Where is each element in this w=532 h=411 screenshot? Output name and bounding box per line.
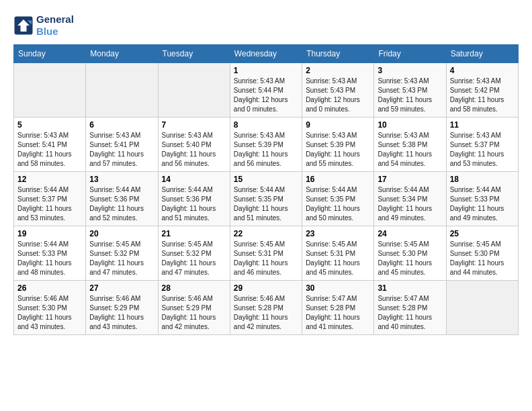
day-info: Sunrise: 5:43 AMSunset: 5:37 PMDaylight:… bbox=[450, 131, 515, 169]
day-number: 31 bbox=[378, 283, 442, 293]
calendar-cell: 3Sunrise: 5:43 AMSunset: 5:43 PMDaylight… bbox=[374, 63, 446, 118]
day-info: Sunrise: 5:44 AMSunset: 5:37 PMDaylight:… bbox=[17, 185, 82, 223]
calendar-cell: 8Sunrise: 5:43 AMSunset: 5:39 PMDaylight… bbox=[230, 118, 302, 172]
day-number: 21 bbox=[162, 229, 226, 238]
day-info: Sunrise: 5:45 AMSunset: 5:31 PMDaylight:… bbox=[306, 240, 370, 277]
calendar-cell: 24Sunrise: 5:45 AMSunset: 5:30 PMDayligh… bbox=[374, 226, 446, 281]
day-number: 17 bbox=[378, 175, 442, 184]
day-number: 25 bbox=[450, 229, 515, 238]
day-info: Sunrise: 5:45 AMSunset: 5:30 PMDaylight:… bbox=[450, 240, 515, 277]
weekday-header-monday: Monday bbox=[86, 45, 158, 63]
page-header: General Blue bbox=[13, 13, 519, 38]
day-number: 15 bbox=[234, 175, 298, 184]
day-info: Sunrise: 5:45 AMSunset: 5:32 PMDaylight:… bbox=[89, 240, 154, 277]
calendar-week-1: 1Sunrise: 5:43 AMSunset: 5:44 PMDaylight… bbox=[14, 63, 519, 118]
day-number: 10 bbox=[378, 120, 442, 130]
weekday-header-friday: Friday bbox=[374, 45, 446, 63]
calendar-cell: 19Sunrise: 5:44 AMSunset: 5:33 PMDayligh… bbox=[14, 226, 86, 281]
weekday-header-saturday: Saturday bbox=[446, 45, 518, 63]
day-number: 24 bbox=[378, 229, 442, 238]
day-info: Sunrise: 5:44 AMSunset: 5:33 PMDaylight:… bbox=[17, 240, 82, 277]
calendar-cell: 13Sunrise: 5:44 AMSunset: 5:36 PMDayligh… bbox=[86, 172, 158, 226]
day-info: Sunrise: 5:43 AMSunset: 5:39 PMDaylight:… bbox=[234, 131, 298, 169]
day-number: 30 bbox=[306, 283, 370, 293]
calendar-cell: 16Sunrise: 5:44 AMSunset: 5:35 PMDayligh… bbox=[302, 172, 374, 226]
day-number: 14 bbox=[162, 175, 226, 184]
day-info: Sunrise: 5:44 AMSunset: 5:33 PMDaylight:… bbox=[450, 185, 515, 223]
day-info: Sunrise: 5:43 AMSunset: 5:40 PMDaylight:… bbox=[162, 131, 226, 169]
day-number: 22 bbox=[234, 229, 298, 238]
day-number: 19 bbox=[17, 229, 82, 238]
logo-icon bbox=[13, 15, 34, 36]
day-number: 7 bbox=[162, 120, 226, 130]
calendar-cell: 10Sunrise: 5:43 AMSunset: 5:38 PMDayligh… bbox=[374, 118, 446, 172]
day-info: Sunrise: 5:47 AMSunset: 5:28 PMDaylight:… bbox=[306, 294, 370, 332]
day-number: 11 bbox=[450, 120, 515, 130]
calendar-week-3: 12Sunrise: 5:44 AMSunset: 5:37 PMDayligh… bbox=[14, 172, 519, 226]
day-info: Sunrise: 5:43 AMSunset: 5:44 PMDaylight:… bbox=[234, 77, 298, 114]
day-info: Sunrise: 5:43 AMSunset: 5:43 PMDaylight:… bbox=[378, 77, 442, 114]
day-number: 13 bbox=[89, 175, 154, 184]
day-number: 29 bbox=[234, 283, 298, 293]
calendar-cell: 1Sunrise: 5:43 AMSunset: 5:44 PMDaylight… bbox=[230, 63, 302, 118]
day-number: 3 bbox=[378, 66, 442, 75]
day-number: 12 bbox=[17, 175, 82, 184]
weekday-header-tuesday: Tuesday bbox=[158, 45, 230, 63]
calendar-cell: 18Sunrise: 5:44 AMSunset: 5:33 PMDayligh… bbox=[446, 172, 518, 226]
calendar-cell: 27Sunrise: 5:46 AMSunset: 5:29 PMDayligh… bbox=[86, 281, 158, 335]
calendar-cell: 12Sunrise: 5:44 AMSunset: 5:37 PMDayligh… bbox=[14, 172, 86, 226]
weekday-header-thursday: Thursday bbox=[302, 45, 374, 63]
weekday-header-wednesday: Wednesday bbox=[230, 45, 302, 63]
day-info: Sunrise: 5:44 AMSunset: 5:36 PMDaylight:… bbox=[162, 185, 226, 223]
calendar-week-5: 26Sunrise: 5:46 AMSunset: 5:30 PMDayligh… bbox=[14, 281, 519, 335]
day-info: Sunrise: 5:44 AMSunset: 5:35 PMDaylight:… bbox=[234, 185, 298, 223]
day-number: 18 bbox=[450, 175, 515, 184]
day-number: 16 bbox=[306, 175, 370, 184]
logo: General Blue bbox=[13, 13, 74, 38]
day-info: Sunrise: 5:46 AMSunset: 5:30 PMDaylight:… bbox=[17, 294, 82, 332]
logo-text-blue: Blue bbox=[36, 26, 74, 38]
calendar-cell: 9Sunrise: 5:43 AMSunset: 5:39 PMDaylight… bbox=[302, 118, 374, 172]
calendar-cell: 15Sunrise: 5:44 AMSunset: 5:35 PMDayligh… bbox=[230, 172, 302, 226]
day-info: Sunrise: 5:45 AMSunset: 5:30 PMDaylight:… bbox=[378, 240, 442, 277]
calendar-header: SundayMondayTuesdayWednesdayThursdayFrid… bbox=[14, 45, 519, 63]
calendar-cell: 30Sunrise: 5:47 AMSunset: 5:28 PMDayligh… bbox=[302, 281, 374, 335]
logo-text-general: General bbox=[36, 13, 74, 26]
calendar-cell: 22Sunrise: 5:45 AMSunset: 5:31 PMDayligh… bbox=[230, 226, 302, 281]
day-info: Sunrise: 5:43 AMSunset: 5:43 PMDaylight:… bbox=[306, 77, 370, 114]
day-number: 6 bbox=[89, 120, 154, 130]
day-info: Sunrise: 5:43 AMSunset: 5:42 PMDaylight:… bbox=[450, 77, 515, 114]
calendar-cell: 7Sunrise: 5:43 AMSunset: 5:40 PMDaylight… bbox=[158, 118, 230, 172]
calendar-cell: 17Sunrise: 5:44 AMSunset: 5:34 PMDayligh… bbox=[374, 172, 446, 226]
calendar-cell: 6Sunrise: 5:43 AMSunset: 5:41 PMDaylight… bbox=[86, 118, 158, 172]
calendar-cell bbox=[446, 281, 518, 335]
calendar-cell: 28Sunrise: 5:46 AMSunset: 5:29 PMDayligh… bbox=[158, 281, 230, 335]
day-info: Sunrise: 5:43 AMSunset: 5:41 PMDaylight:… bbox=[17, 131, 82, 169]
day-number: 5 bbox=[17, 120, 82, 130]
day-number: 20 bbox=[89, 229, 154, 238]
day-info: Sunrise: 5:46 AMSunset: 5:29 PMDaylight:… bbox=[89, 294, 154, 332]
day-number: 28 bbox=[162, 283, 226, 293]
calendar-cell: 21Sunrise: 5:45 AMSunset: 5:32 PMDayligh… bbox=[158, 226, 230, 281]
calendar-cell: 26Sunrise: 5:46 AMSunset: 5:30 PMDayligh… bbox=[14, 281, 86, 335]
day-number: 9 bbox=[306, 120, 370, 130]
day-info: Sunrise: 5:43 AMSunset: 5:38 PMDaylight:… bbox=[378, 131, 442, 169]
day-info: Sunrise: 5:47 AMSunset: 5:28 PMDaylight:… bbox=[378, 294, 442, 332]
day-info: Sunrise: 5:46 AMSunset: 5:29 PMDaylight:… bbox=[162, 294, 226, 332]
day-number: 27 bbox=[89, 283, 154, 293]
calendar-cell: 25Sunrise: 5:45 AMSunset: 5:30 PMDayligh… bbox=[446, 226, 518, 281]
day-info: Sunrise: 5:45 AMSunset: 5:32 PMDaylight:… bbox=[162, 240, 226, 277]
calendar-table: SundayMondayTuesdayWednesdayThursdayFrid… bbox=[13, 44, 519, 335]
calendar-cell bbox=[14, 63, 86, 118]
weekday-header-sunday: Sunday bbox=[14, 45, 86, 63]
calendar-cell: 5Sunrise: 5:43 AMSunset: 5:41 PMDaylight… bbox=[14, 118, 86, 172]
day-info: Sunrise: 5:44 AMSunset: 5:35 PMDaylight:… bbox=[306, 185, 370, 223]
day-number: 2 bbox=[306, 66, 370, 75]
calendar-week-4: 19Sunrise: 5:44 AMSunset: 5:33 PMDayligh… bbox=[14, 226, 519, 281]
calendar-cell: 4Sunrise: 5:43 AMSunset: 5:42 PMDaylight… bbox=[446, 63, 518, 118]
day-number: 23 bbox=[306, 229, 370, 238]
day-number: 1 bbox=[234, 66, 298, 75]
day-info: Sunrise: 5:46 AMSunset: 5:28 PMDaylight:… bbox=[234, 294, 298, 332]
day-info: Sunrise: 5:43 AMSunset: 5:41 PMDaylight:… bbox=[89, 131, 154, 169]
day-number: 8 bbox=[234, 120, 298, 130]
